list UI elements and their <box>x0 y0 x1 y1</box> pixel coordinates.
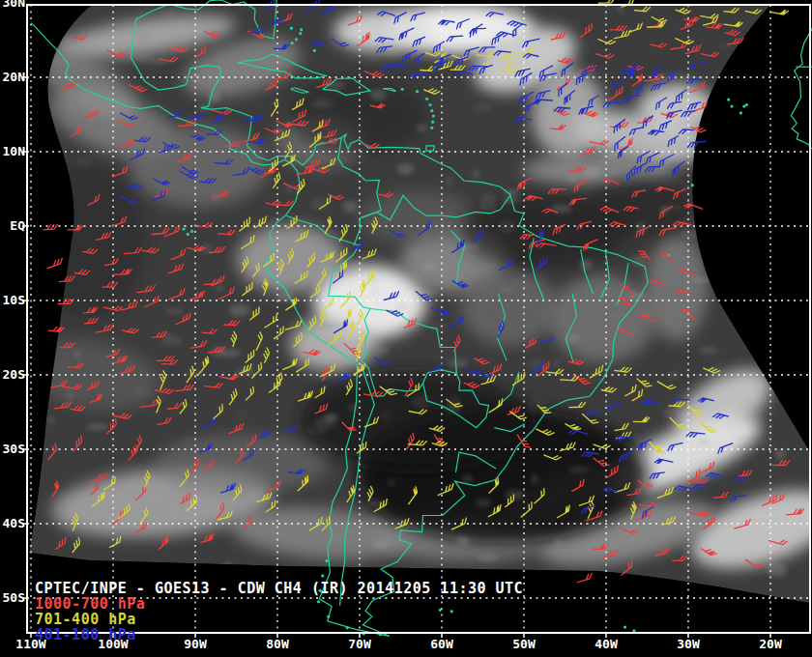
island-dot <box>727 99 730 101</box>
island-dot <box>190 230 193 233</box>
island-dot <box>439 609 442 612</box>
island-dot <box>313 49 316 52</box>
cloud-patch <box>549 275 655 362</box>
cloud-patch <box>646 235 708 341</box>
cloud-patch <box>360 190 476 244</box>
island-dot <box>299 32 302 35</box>
lon-label: 90W <box>174 638 217 651</box>
island-dot <box>317 600 320 603</box>
lon-label: 80W <box>256 638 299 651</box>
satellite-wind-map: 30N20N10NEQ10S20S30S40S50S 110W100W90W80… <box>0 0 812 657</box>
island-dot <box>416 90 419 93</box>
island-dot <box>429 103 432 106</box>
lon-label: 50W <box>503 638 545 651</box>
island-dot <box>431 121 434 124</box>
legend-item-high: 401-100 hPa <box>35 626 136 643</box>
lat-label: 10N <box>0 145 25 158</box>
map-canvas <box>0 0 812 657</box>
island-dot <box>187 233 189 236</box>
island-dot <box>346 626 349 629</box>
island-dot <box>740 111 742 114</box>
lon-label: 20W <box>749 638 792 651</box>
lat-label: 40S <box>0 517 25 530</box>
island-dot <box>325 559 328 562</box>
island-dot <box>745 103 748 106</box>
island-dot <box>450 610 453 613</box>
island-dot <box>624 625 626 628</box>
island-dot <box>300 28 303 31</box>
cloud-patch <box>461 269 558 346</box>
lon-label: 70W <box>338 638 381 651</box>
lat-label: 30N <box>0 0 25 10</box>
lon-label: 30W <box>667 638 710 651</box>
island-dot <box>730 104 733 107</box>
lat-label: EQ <box>0 219 25 233</box>
lat-label: 10S <box>0 294 25 307</box>
island-dot <box>290 27 293 30</box>
island-dot <box>327 615 330 618</box>
lat-label: 50S <box>0 591 25 605</box>
island-dot <box>295 38 298 41</box>
island-dot <box>432 114 435 117</box>
island-dot <box>425 98 428 100</box>
island-dot <box>291 42 294 44</box>
island-dot <box>691 184 694 186</box>
lon-label: 40W <box>585 638 627 651</box>
island-dot <box>430 127 433 129</box>
lat-label: 20S <box>0 368 25 382</box>
island-dot <box>321 574 324 577</box>
lat-label: 20N <box>0 71 25 84</box>
island-dot <box>401 88 404 91</box>
island-dot <box>430 109 433 112</box>
lat-label: 30S <box>0 443 25 456</box>
lon-label: 60W <box>420 638 463 651</box>
island-dot <box>183 227 186 230</box>
